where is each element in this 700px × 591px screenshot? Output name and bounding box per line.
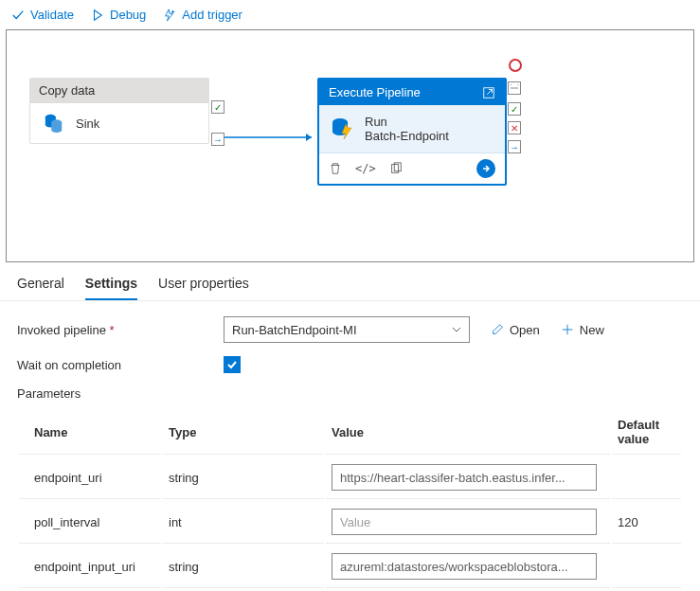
new-button[interactable]: New <box>561 323 604 337</box>
exec-line2: Batch-Endpoint <box>365 129 449 143</box>
external-link-icon[interactable] <box>482 86 495 99</box>
execute-pipeline-text: Run Batch-Endpoint <box>365 115 449 143</box>
property-tabs: General Settings User properties <box>0 266 700 301</box>
success-port-icon[interactable]: ✓ <box>211 100 224 114</box>
exec-line1: Run <box>365 115 449 129</box>
param-value-cell: Value <box>326 501 610 544</box>
table-row: endpoint_input_uristringazureml:datastor… <box>19 546 681 588</box>
wait-on-completion-row: Wait on completion <box>17 356 683 373</box>
param-type: int <box>163 501 324 544</box>
open-button[interactable]: Open <box>491 323 540 337</box>
pipeline-run-icon <box>331 115 355 139</box>
completion-port-icon[interactable]: → <box>508 140 521 153</box>
debug-button[interactable]: Debug <box>91 8 146 22</box>
param-default <box>612 457 681 499</box>
table-header-row: Name Type Value Default value <box>19 410 681 455</box>
param-default <box>612 546 681 588</box>
tab-user-properties[interactable]: User properties <box>158 276 249 300</box>
play-icon <box>91 9 104 22</box>
connector-arrow-icon <box>224 130 317 149</box>
col-value: Value <box>326 410 610 455</box>
param-name: poll_interval <box>19 501 161 544</box>
copy-data-subtitle: Sink <box>76 116 99 131</box>
add-trigger-label: Add trigger <box>182 8 242 22</box>
invoked-pipeline-row: Invoked pipeline * Run-BatchEndpoint-MI … <box>17 316 683 343</box>
parameters-label: Parameters <box>17 386 683 401</box>
param-type: string <box>163 457 324 499</box>
execute-pipeline-activity[interactable]: Execute Pipeline Run Batch-Endpoint </> … <box>317 78 507 186</box>
output-port-icon[interactable]: → <box>211 133 224 146</box>
failure-port-icon[interactable]: ✕ <box>508 121 521 134</box>
trash-icon[interactable] <box>329 162 342 175</box>
param-value-input[interactable]: azureml:datastores/workspaceblobstora... <box>332 553 597 580</box>
tab-general[interactable]: General <box>17 276 64 300</box>
pipeline-canvas[interactable]: Copy data Sink ✓ → Execute Pipeline Run … <box>6 29 694 262</box>
success-port-icon[interactable]: ✓ <box>508 102 521 116</box>
param-default: 120 <box>612 501 681 544</box>
copy-data-title: Copy data <box>29 78 209 103</box>
chevron-down-icon <box>452 325 461 334</box>
col-type: Type <box>163 410 324 455</box>
parameters-table: Name Type Value Default value endpoint_u… <box>17 408 683 591</box>
table-row: endpoint_uristringhttps://heart-classife… <box>19 457 681 499</box>
invoked-pipeline-select[interactable]: Run-BatchEndpoint-MI <box>224 316 470 343</box>
arrow-right-icon <box>481 164 491 173</box>
database-icon <box>44 113 64 134</box>
copy-icon[interactable] <box>389 162 403 175</box>
invoked-pipeline-value: Run-BatchEndpoint-MI <box>232 323 357 337</box>
col-name: Name <box>19 410 161 455</box>
copy-data-activity[interactable]: Copy data Sink ✓ → <box>29 78 209 144</box>
copy-data-body: Sink <box>29 103 209 144</box>
param-value-cell: https://heart-classifer-batch.eastus.inf… <box>326 457 610 499</box>
open-label: Open <box>510 323 540 337</box>
param-name: endpoint_uri <box>19 457 161 499</box>
param-type: string <box>163 546 324 588</box>
toolbar: Validate Debug Add trigger <box>0 0 700 29</box>
pencil-icon <box>491 323 504 336</box>
tab-settings[interactable]: Settings <box>85 276 137 300</box>
lightning-plus-icon <box>163 9 176 22</box>
settings-form: Invoked pipeline * Run-BatchEndpoint-MI … <box>0 301 700 591</box>
wait-checkbox[interactable] <box>224 356 241 373</box>
error-indicator-icon <box>509 59 522 72</box>
add-trigger-button[interactable]: Add trigger <box>163 8 242 22</box>
param-value-cell: azureml:datastores/workspaceblobstora... <box>326 546 610 588</box>
validate-button[interactable]: Validate <box>11 8 74 22</box>
param-value-input[interactable]: https://heart-classifer-batch.eastus.inf… <box>332 464 597 491</box>
execute-pipeline-body: Run Batch-Endpoint <box>319 105 505 152</box>
new-label: New <box>580 323 604 337</box>
collapse-port-icon[interactable] <box>508 81 521 95</box>
execute-pipeline-title: Execute Pipeline <box>329 85 421 99</box>
run-arrow-button[interactable] <box>476 159 495 178</box>
param-name: endpoint_input_uri <box>19 546 161 588</box>
execute-pipeline-header: Execute Pipeline <box>319 80 505 105</box>
table-row: poll_intervalintValue120 <box>19 501 681 544</box>
code-icon[interactable]: </> <box>355 162 376 175</box>
col-default: Default value <box>612 410 681 455</box>
check-icon <box>11 9 25 22</box>
plus-icon <box>561 323 574 336</box>
debug-label: Debug <box>110 8 146 22</box>
execute-pipeline-footer: </> <box>319 152 505 184</box>
invoked-pipeline-label: Invoked pipeline * <box>17 323 224 337</box>
validate-label: Validate <box>30 8 74 22</box>
wait-label: Wait on completion <box>17 358 224 372</box>
param-value-input[interactable]: Value <box>332 509 597 535</box>
check-icon <box>226 359 238 370</box>
